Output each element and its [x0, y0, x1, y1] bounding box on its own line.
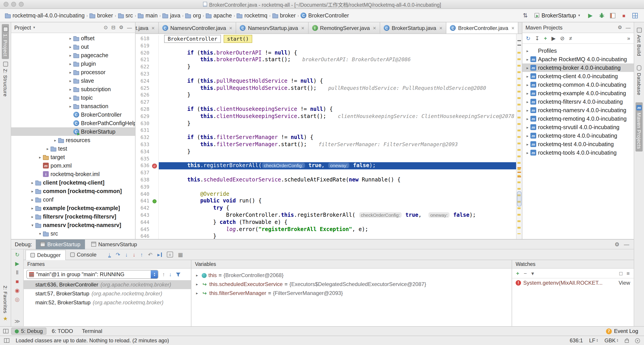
frame-row[interactable]: start:57, BrokerStartup(org.apache.rocke…	[24, 289, 191, 298]
variable-row[interactable]: ▸↪this.scheduledExecutorService = {Execu…	[192, 280, 512, 289]
line-number[interactable]: 636	[136, 162, 151, 170]
code-line[interactable]: @Override	[159, 191, 516, 198]
breadcrumb-item[interactable]: main	[137, 11, 159, 19]
tool-window-button-6-todo[interactable]: 6: TODO	[48, 328, 76, 335]
expand-arrow-icon[interactable]: ▸	[524, 99, 530, 104]
line-number[interactable]: 625	[136, 85, 151, 92]
code-line[interactable]: }	[159, 63, 516, 71]
view-breakpoints-button[interactable]: ◉	[14, 287, 21, 294]
code-line-row[interactable]: 631	[136, 127, 516, 134]
breadcrumb-item[interactable]: org	[184, 11, 202, 19]
project-tree-item[interactable]: ▸conf	[11, 195, 135, 204]
code-line-row[interactable]: 633 this.filterServerManager.start();fil…	[136, 141, 516, 148]
code-line-row[interactable]: 620 if (this.brokerOuterAPI != null) {	[136, 49, 516, 56]
project-tree-item[interactable]: ▸subscription	[11, 85, 135, 93]
code-line[interactable]: } catch (Throwable e) {	[159, 219, 516, 226]
expand-arrow-icon[interactable]: ▸	[524, 142, 530, 146]
frame-row[interactable]: main:52, BrokerStartup(org.apache.rocket…	[24, 298, 191, 307]
code-line[interactable]: log.error("registerBrokerAll Exception",…	[159, 226, 516, 233]
watches-options-button[interactable]: ≡	[626, 270, 630, 276]
maven-tree-item[interactable]: ▸mrocketmq-client 4.0.0-incubating	[522, 72, 634, 80]
maven-tree-item[interactable]: ▸mrocketmq-filtersrv 4.0.0-incubating	[522, 97, 634, 106]
breadcrumb-item[interactable]: rocketmq	[236, 11, 269, 19]
expand-arrow-icon[interactable]: ▾	[30, 223, 35, 227]
code-line[interactable]: }	[159, 233, 516, 239]
code-line-row[interactable]: 634 }	[136, 148, 516, 156]
project-tree-item[interactable]: ▸filtersrv [rocketmq-filtersrv]	[11, 212, 135, 221]
maven-tree-item[interactable]: ▸mrocketmq-example 4.0.0-incubating	[522, 89, 634, 97]
maven-tree-item[interactable]: ▸mrocketmq-srvutil 4.0.0-incubating	[522, 123, 634, 131]
editor-tab[interactable]: CNamesrvStartup.java×	[236, 22, 308, 33]
code-line[interactable]: if (this.clientHousekeepingService != nu…	[159, 106, 516, 113]
code-line-row[interactable]: 639	[136, 183, 516, 191]
line-number[interactable]: 638	[136, 177, 151, 184]
code-line-row[interactable]: 636✓ this.registerBrokerAll(checkOrderCo…	[136, 162, 516, 170]
step-out-icon[interactable]: ↑	[140, 251, 143, 258]
code-line-row[interactable]: 635	[136, 155, 516, 162]
resume-button[interactable]: ▶	[14, 261, 21, 267]
project-tree-item[interactable]: ▸example [rocketmq-example]	[11, 204, 135, 212]
expand-arrow-icon[interactable]: ▸	[524, 116, 530, 121]
prev-frame-icon[interactable]: ↑	[162, 271, 165, 278]
line-number[interactable]: 632	[136, 134, 151, 141]
code-line[interactable]: if (this.filterServerManager != null) {	[159, 134, 516, 141]
event-log-button[interactable]: 7 Event Log	[606, 328, 641, 334]
view-link[interactable]: View	[618, 280, 630, 286]
breadcrumb-item[interactable]: src	[116, 11, 134, 19]
line-number[interactable]: 627	[136, 99, 151, 106]
show-execution-point-icon[interactable]: ↓	[108, 252, 111, 257]
hide-panel-icon[interactable]: —	[626, 25, 630, 30]
line-number[interactable]: 624	[136, 78, 151, 85]
zoom-button[interactable]	[19, 2, 24, 7]
sort-icon[interactable]: ⇅	[523, 12, 528, 19]
line-number[interactable]: 634	[136, 148, 151, 156]
force-step-into-icon[interactable]: ↓	[133, 251, 136, 258]
expand-arrow-icon[interactable]: ▸	[524, 57, 530, 61]
code-line-row[interactable]: 637	[136, 169, 516, 177]
expand-arrow-icon[interactable]: ▸	[68, 95, 73, 100]
code-line[interactable]: this.filterServerManager.start();filterS…	[159, 141, 516, 148]
close-icon[interactable]: ×	[152, 25, 154, 31]
project-tree-item[interactable]: ▾src	[11, 229, 135, 238]
project-tree-item[interactable]: CBrokerStartup	[11, 127, 135, 136]
expand-arrow-icon[interactable]: ▸	[524, 74, 530, 78]
line-number[interactable]: 631	[136, 127, 151, 134]
breadcrumb-item[interactable]: broker	[88, 11, 114, 19]
debug-session-tab-namesrvstartup[interactable]: NamesrvStartup	[87, 239, 142, 249]
line-number[interactable]: 630	[136, 120, 151, 127]
layout-settings-icon[interactable]: ▦	[178, 251, 183, 258]
duplicate-watch-button[interactable]: □	[619, 270, 622, 276]
code-line[interactable]: this.pullRequestHoldService.start();pull…	[159, 85, 516, 92]
breadcrumb-item[interactable]: rocketmq-all-4.0.0-incubating	[4, 11, 86, 19]
project-tree-item[interactable]: ▸resources	[11, 136, 135, 144]
project-tree-item[interactable]: ▸offset	[11, 34, 135, 42]
expand-arrow-icon[interactable]: ▸	[524, 82, 530, 87]
code-line[interactable]: public void run() {	[159, 198, 516, 205]
expand-arrow-icon[interactable]: ▸	[524, 133, 530, 138]
caret-position[interactable]: 636:1	[570, 338, 583, 344]
expand-arrow-icon[interactable]: ▸	[68, 53, 73, 57]
expand-arrow-icon[interactable]: ▸	[30, 189, 35, 193]
watch-menu-button[interactable]: ▾	[531, 270, 534, 276]
breadcrumb-item[interactable]: apache	[204, 11, 233, 19]
code-line-row[interactable]: 645 log.error("registerBrokerAll Excepti…	[136, 226, 516, 233]
editor-tab[interactable]: CBrokerController.java×	[446, 22, 518, 33]
scrollbar-thumb[interactable]	[517, 191, 522, 206]
line-number[interactable]: 640	[136, 191, 151, 198]
code-line[interactable]: this.scheduledExecutorService.scheduleAt…	[159, 177, 516, 184]
code-line[interactable]: this.registerBrokerAll(checkOrderConfig:…	[159, 162, 516, 170]
expand-arrow-icon[interactable]: ▸	[30, 214, 35, 219]
line-number[interactable]: 646	[136, 233, 151, 239]
run-button[interactable]: ▶	[587, 12, 594, 19]
expand-arrow-icon[interactable]: ▸	[45, 146, 50, 151]
project-tree-item[interactable]: CBrokerController	[11, 110, 135, 119]
tool-window-button-5-debug[interactable]: 5: Debug	[11, 328, 46, 335]
project-tree-item[interactable]: ▾namesrv [rocketmq-namesrv]	[11, 221, 135, 229]
code-line-row[interactable]: 629 this.clientHousekeepingService.start…	[136, 113, 516, 120]
tool-window-button-ant-build[interactable]: Ant Build	[636, 25, 643, 59]
project-tree-item[interactable]: ▸transaction	[11, 102, 135, 110]
more-actions-button[interactable]: ≫	[14, 318, 21, 325]
code-line[interactable]: }	[159, 148, 516, 156]
code-line-row[interactable]: 630 }	[136, 120, 516, 127]
code-line-row[interactable]: 640 @Override	[136, 191, 516, 198]
